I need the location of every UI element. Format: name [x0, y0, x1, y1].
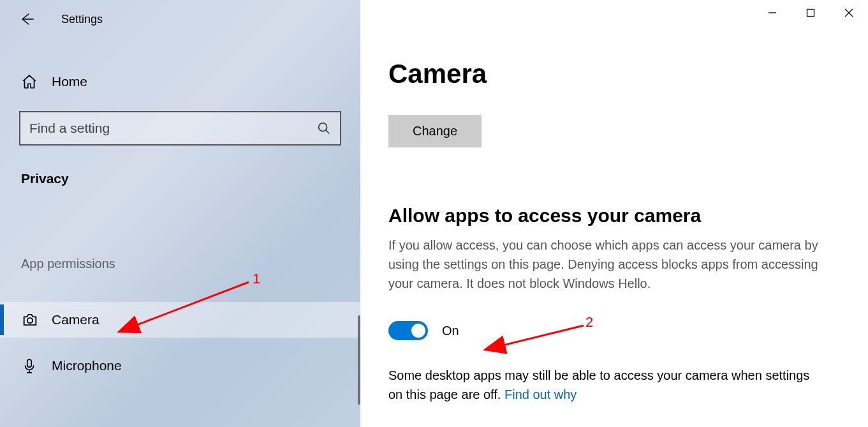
search-container	[19, 111, 341, 146]
svg-line-1	[326, 130, 330, 134]
find-out-why-link[interactable]: Find out why	[504, 387, 577, 401]
search-input[interactable]	[29, 121, 317, 136]
sidebar-item-camera[interactable]: Camera	[0, 302, 360, 338]
sidebar-item-home[interactable]: Home	[0, 64, 360, 100]
camera-access-toggle[interactable]	[388, 321, 428, 340]
minimize-button[interactable]	[753, 0, 791, 26]
home-icon	[21, 73, 40, 90]
svg-point-2	[27, 318, 33, 323]
page-title: Camera	[388, 59, 868, 89]
sidebar-item-label: Microphone	[52, 358, 122, 373]
sidebar-item-microphone[interactable]: Microphone	[0, 348, 360, 384]
back-arrow-icon[interactable]	[19, 11, 34, 27]
sidebar-item-label: Home	[52, 74, 87, 89]
footer-note: Some desktop apps may still be able to a…	[388, 366, 823, 404]
header-row: Settings	[0, 0, 360, 38]
toggle-knob	[411, 324, 425, 338]
svg-point-0	[319, 123, 327, 131]
svg-rect-5	[807, 10, 814, 17]
allow-apps-description: If you allow access, you can choose whic…	[388, 236, 823, 293]
change-button[interactable]: Change	[388, 115, 482, 147]
search-box[interactable]	[19, 111, 341, 146]
microphone-icon	[21, 357, 40, 374]
close-button[interactable]	[830, 0, 868, 26]
camera-access-toggle-row: On	[388, 321, 868, 340]
camera-icon	[21, 311, 40, 329]
allow-apps-heading: Allow apps to access your camera	[388, 205, 868, 227]
sidebar-item-label: Camera	[52, 312, 99, 327]
search-icon	[317, 121, 331, 135]
main-content: Camera Change Allow apps to access your …	[360, 0, 868, 427]
svg-rect-3	[27, 359, 32, 367]
app-title: Settings	[61, 13, 103, 26]
group-app-permissions-label: App permissions	[21, 257, 360, 271]
toggle-state-label: On	[442, 324, 459, 338]
title-bar	[753, 0, 868, 26]
sidebar: Settings Home Privacy App permissions Ca…	[0, 0, 360, 427]
section-privacy-label: Privacy	[21, 171, 360, 186]
maximize-button[interactable]	[791, 0, 830, 26]
footer-text: Some desktop apps may still be able to a…	[388, 368, 809, 401]
